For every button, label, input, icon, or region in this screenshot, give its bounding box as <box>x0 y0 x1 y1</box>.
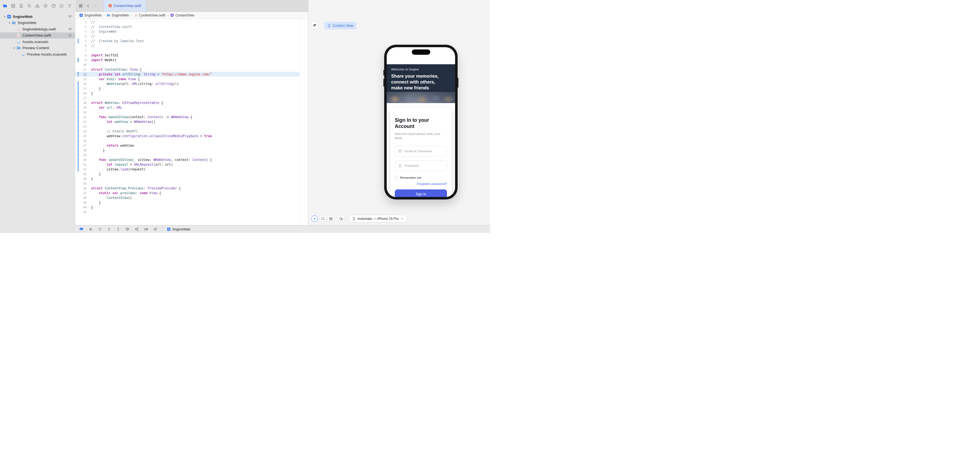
breadcrumb-item-sngineweb[interactable]: SngineWeb <box>79 13 102 17</box>
step-into-button[interactable] <box>107 227 111 231</box>
line-number[interactable]: 41 <box>79 211 87 214</box>
breadcrumb-item-contentview-swift[interactable]: ContentView.swift <box>134 13 165 17</box>
reports-navigator-icon[interactable] <box>67 3 72 8</box>
code-text[interactable]: } <box>91 177 93 181</box>
email-input[interactable] <box>404 150 444 153</box>
line-number[interactable]: 34 <box>79 177 87 180</box>
environment-overrides-button[interactable] <box>143 227 148 231</box>
line-number[interactable]: 20 <box>79 111 87 114</box>
tree-item-assets-xcassets[interactable]: Assets.xcassets <box>0 38 75 45</box>
code-line-9[interactable]: 9import WebKit <box>75 57 299 62</box>
code-text[interactable]: struct ContentView_Previews: PreviewProv… <box>91 186 181 190</box>
tree-item-sngineweb[interactable]: ▾SngineWebM <box>0 13 75 20</box>
code-line-40[interactable]: 40} <box>75 205 299 209</box>
line-number[interactable]: 40 <box>79 206 87 209</box>
code-line-2[interactable]: 2// ContentView.swift <box>75 24 299 29</box>
code-line-38[interactable]: 38 ContentView() <box>75 195 299 200</box>
code-text[interactable]: struct WebView: UIViewRepresentable { <box>91 101 163 105</box>
editor-scrollbar[interactable] <box>299 19 308 225</box>
line-number[interactable]: 15 <box>79 87 87 90</box>
line-number[interactable]: 19 <box>79 106 87 109</box>
disclosure-triangle[interactable]: ▾ <box>2 15 7 18</box>
line-number[interactable]: 25 <box>79 134 87 138</box>
code-text[interactable]: } <box>91 205 93 209</box>
view-hierarchy-button[interactable] <box>125 227 130 231</box>
live-preview-button[interactable] <box>311 215 318 222</box>
tree-item-snginewebapp-swift[interactable]: SngineWebApp.swiftM <box>0 26 75 32</box>
pause-execution-button[interactable] <box>88 227 93 231</box>
device-settings-button[interactable] <box>337 215 345 222</box>
memory-graph-button[interactable] <box>134 227 139 231</box>
code-line-7[interactable]: 7 <box>75 48 299 53</box>
line-number[interactable]: 10 <box>79 63 87 67</box>
code-line-36[interactable]: 36struct ContentView_Previews: PreviewPr… <box>75 186 299 190</box>
tab-contentview-swift[interactable]: ContentView.swift <box>103 0 146 11</box>
line-number[interactable]: 11 <box>79 68 87 71</box>
line-number[interactable]: 4 <box>79 35 87 38</box>
line-number[interactable]: 24 <box>79 129 87 133</box>
code-line-6[interactable]: 6// <box>75 43 299 48</box>
code-text[interactable]: WebView(url: URL(string: urlString)!) <box>91 82 179 86</box>
code-line-22[interactable]: 22 let webView = WKWebView() <box>75 119 299 124</box>
variants-grid-button[interactable] <box>327 215 334 222</box>
code-text[interactable]: // SngineWeb <box>91 30 116 34</box>
code-line-37[interactable]: 37 static var previews: some View { <box>75 190 299 195</box>
code-text[interactable]: webView.configuration.allowsInlineMediaP… <box>91 134 212 138</box>
code-line-29[interactable]: 29 <box>75 153 299 157</box>
code-text[interactable]: static var previews: some View { <box>91 191 161 195</box>
line-number[interactable]: 21 <box>79 115 87 119</box>
line-number[interactable]: 16 <box>79 92 87 95</box>
code-line-19[interactable]: 19 var url: URL <box>75 105 299 110</box>
code-text[interactable]: let request = URLRequest(url: url) <box>91 163 173 166</box>
selectable-preview-button[interactable] <box>320 215 326 222</box>
remember-checkbox[interactable] <box>395 176 398 179</box>
code-line-23[interactable]: 23 <box>75 124 299 129</box>
code-text[interactable]: var url: URL <box>91 105 122 110</box>
code-line-28[interactable]: 28 } <box>75 148 299 153</box>
tests-navigator-icon[interactable] <box>43 3 48 8</box>
code-line-27[interactable]: 27 return webView <box>75 143 299 148</box>
issues-navigator-icon[interactable] <box>35 3 40 8</box>
line-number[interactable]: 36 <box>79 187 87 190</box>
code-text[interactable]: ContentView() <box>91 196 132 200</box>
pin-preview-button[interactable] <box>311 22 318 29</box>
tree-item-preview-content[interactable]: ▾Preview Content <box>0 45 75 51</box>
code-text[interactable]: var body: some View { <box>91 77 140 81</box>
line-number[interactable]: 22 <box>79 120 87 123</box>
line-number[interactable]: 5 <box>79 39 87 43</box>
code-text[interactable]: // <box>91 20 95 24</box>
bookmarks-navigator-icon[interactable] <box>19 3 24 8</box>
code-line-18[interactable]: 18struct WebView: UIViewRepresentable { <box>75 100 299 105</box>
disclosure-triangle[interactable]: ▾ <box>7 22 12 24</box>
code-text[interactable]: return webView <box>91 144 134 147</box>
line-number[interactable]: 7 <box>79 49 87 52</box>
line-number[interactable]: 8 <box>79 54 87 57</box>
code-text[interactable]: // <box>91 34 95 38</box>
code-text[interactable]: } <box>91 201 101 204</box>
find-navigator-icon[interactable] <box>27 3 32 8</box>
code-line-35[interactable]: 35 <box>75 181 299 186</box>
code-line-25[interactable]: 25 webView.configuration.allowsInlineMed… <box>75 134 299 138</box>
line-number[interactable]: 30 <box>79 158 87 161</box>
code-line-39[interactable]: 39 } <box>75 200 299 205</box>
breadcrumb-item-contentview[interactable]: SContentView <box>170 13 194 17</box>
preview-target-chip[interactable]: Content View <box>324 22 356 29</box>
code-text[interactable]: } <box>91 148 105 152</box>
editor-layout-icon[interactable] <box>79 4 83 8</box>
line-number[interactable]: 6 <box>79 44 87 48</box>
code-text[interactable]: struct ContentView: View { <box>91 68 142 72</box>
code-line-8[interactable]: 8import SwiftUI <box>75 53 299 57</box>
code-line-11[interactable]: 11struct ContentView: View { <box>75 67 299 72</box>
code-text[interactable]: private let urlString: String = "https:/… <box>91 72 212 76</box>
line-number[interactable]: 18 <box>79 101 87 104</box>
line-number[interactable]: 3 <box>79 30 87 33</box>
disclosure-triangle[interactable]: ▾ <box>12 47 16 49</box>
line-number[interactable]: 17 <box>79 96 87 100</box>
line-number[interactable]: 35 <box>79 182 87 185</box>
code-text[interactable]: // ContentView.swift <box>91 25 132 29</box>
line-number[interactable]: 13 <box>79 77 87 81</box>
code-line-15[interactable]: 15 } <box>75 86 299 91</box>
code-line-16[interactable]: 16} <box>75 91 299 96</box>
back-button[interactable] <box>86 4 90 8</box>
password-field[interactable] <box>395 160 447 171</box>
